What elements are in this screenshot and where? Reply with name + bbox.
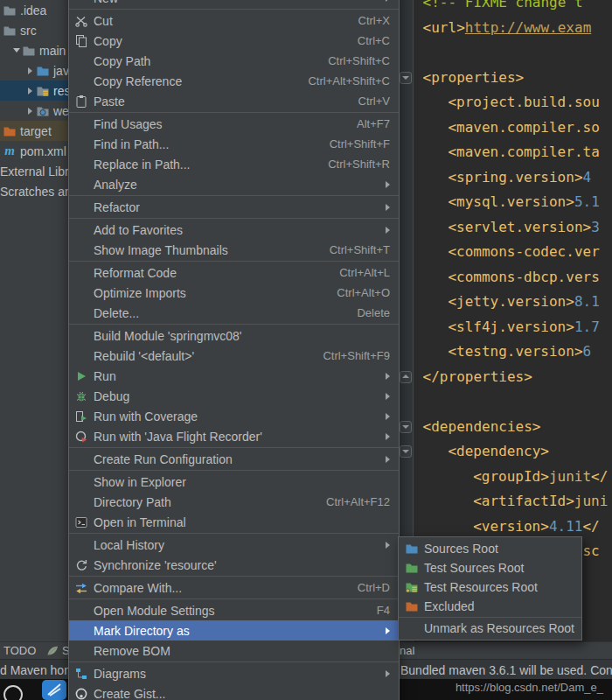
menu-item-label: Rebuild '<default>' (94, 349, 194, 363)
code-line: <version>4.11</ (473, 514, 600, 539)
menu-item-synchronize-resource[interactable]: Synchronize 'resource' (69, 555, 399, 575)
menu-item-debug[interactable]: Debug (69, 386, 399, 406)
tree-item-src[interactable]: src (0, 20, 68, 40)
tree-item-scratches-an[interactable]: Scratches an (0, 181, 68, 201)
folder-resources-icon (36, 84, 50, 98)
submenu-item-test-resources-root[interactable]: Test Resources Root (399, 578, 581, 597)
menu-item-create-gist[interactable]: Create Gist... (69, 683, 399, 700)
tree-item-java[interactable]: java (0, 60, 68, 80)
menu-item-open-module-settings[interactable]: Open Module SettingsF4 (69, 600, 399, 620)
menu-item-paste[interactable]: PasteCtrl+V (69, 91, 399, 111)
menu-item-label: Find in Path... (94, 137, 169, 151)
code-line: </properties> (423, 364, 532, 389)
submenu-item-sources-root[interactable]: Sources Root (399, 539, 581, 558)
chevron-collapsed-icon[interactable] (24, 88, 36, 94)
chevron-expanded-icon[interactable] (10, 48, 22, 52)
menu-item-shortcut: Ctrl+Alt+Shift+C (290, 74, 390, 88)
test-res-root-icon (404, 580, 420, 594)
todo-toolwindow-button[interactable]: TODO (3, 644, 36, 657)
menu-separator (69, 9, 399, 10)
menu-item-create-run-configuration[interactable]: Create Run Configuration (69, 449, 399, 469)
menu-item-cut[interactable]: CutCtrl+X (69, 10, 399, 31)
menu-item-delete[interactable]: Delete...Delete (69, 303, 399, 323)
menu-item-label: Mark Directory as (94, 624, 190, 638)
menu-item-directory-path[interactable]: Directory PathCtrl+Alt+F12 (69, 492, 399, 512)
menu-item-label: Compare With... (94, 581, 182, 595)
menu-item-new[interactable]: New (69, 0, 399, 8)
code-segment-tag: <dependency> (448, 443, 549, 459)
menu-item-run[interactable]: Run (69, 366, 399, 386)
tree-item-wel[interactable]: wel (0, 101, 68, 121)
mark-directory-as-submenu: Sources RootTest Sources RootTest Resour… (398, 536, 582, 640)
menu-item-shortcut: Ctrl+Shift+F (312, 137, 390, 150)
code-line: <servlet.version>3 (448, 214, 599, 240)
copy-icon (73, 34, 89, 48)
tree-item-external-libr[interactable]: External Libr (0, 161, 68, 181)
menu-item-optimize-imports[interactable]: Optimize ImportsCtrl+Alt+O (69, 283, 399, 303)
menu-item-shortcut: Ctrl+Shift+R (310, 158, 390, 171)
menu-item-run-with-coverage[interactable]: Run with Coverage (69, 406, 399, 426)
fold-marker-icon[interactable] (400, 72, 412, 84)
menu-item-copy-path[interactable]: Copy PathCtrl+Shift+C (69, 51, 399, 71)
menu-item-add-to-favorites[interactable]: Add to Favorites (69, 220, 399, 240)
menu-item-refactor[interactable]: Refactor (69, 197, 399, 217)
menu-item-diagrams[interactable]: Diagrams (69, 663, 399, 683)
menu-item-open-in-terminal[interactable]: Open in Terminal (69, 512, 399, 532)
menu-item-local-history[interactable]: Local History (69, 535, 399, 555)
menu-item-label: Run (94, 369, 116, 383)
menu-item-show-image-thumbnails[interactable]: Show Image ThumbnailsCtrl+Shift+T (69, 240, 399, 260)
menu-item-remove-bom[interactable]: Remove BOM (69, 640, 399, 661)
fold-marker-icon[interactable] (400, 445, 412, 458)
chevron-collapsed-icon[interactable] (24, 67, 36, 74)
menu-item-find-in-path[interactable]: Find in Path...Ctrl+Shift+F (69, 134, 399, 154)
compare-icon (73, 581, 89, 595)
menu-icon-spacer (73, 54, 89, 68)
menu-item-analyze[interactable]: Analyze (69, 174, 399, 194)
menu-item-copy[interactable]: CopyCtrl+C (69, 31, 399, 51)
fold-marker-icon[interactable] (400, 371, 412, 383)
menu-separator (69, 324, 399, 325)
submenu-item-test-sources-root[interactable]: Test Sources Root (399, 558, 581, 578)
tree-item-main[interactable]: main (0, 40, 68, 60)
tree-item-idea[interactable]: .idea (0, 0, 68, 20)
menu-item-rebuild-default[interactable]: Rebuild '<default>'Ctrl+Shift+F9 (69, 346, 399, 366)
menu-item-reformat-code[interactable]: Reformat CodeCtrl+Alt+L (69, 262, 399, 283)
run-icon (73, 369, 89, 383)
menu-separator (69, 218, 399, 219)
submenu-item-unmark-as-resources-root[interactable]: Unmark as Resources Root (399, 619, 581, 638)
code-segment-tag: <commons-codec.ver (448, 243, 599, 260)
project-tree[interactable]: .ideasrcmainjavaresweltargetmpom.xmlExte… (0, 0, 68, 641)
menu-item-label: Local History (94, 538, 164, 552)
menu-item-label: Synchronize 'resource' (94, 558, 217, 572)
menu-icon-spacer (73, 495, 89, 509)
tree-item-label: pom.xml (20, 144, 66, 158)
ide-window: .ideasrcmainjavaresweltargetmpom.xmlExte… (0, 0, 612, 700)
menu-separator (69, 112, 399, 113)
menu-separator (69, 447, 399, 448)
chevron-collapsed-icon[interactable] (24, 108, 36, 115)
menu-item-compare-with[interactable]: Compare With...Ctrl+D (69, 578, 399, 598)
menu-item-show-in-explorer[interactable]: Show in Explorer (69, 472, 399, 492)
menu-item-label: Refactor (94, 200, 140, 214)
menu-item-shortcut: Ctrl+Alt+F12 (309, 495, 390, 508)
menu-item-mark-directory-as[interactable]: Mark Directory as (69, 620, 399, 640)
terminal-tab-fragment[interactable]: nal (400, 644, 414, 657)
menu-item-label: Directory Path (94, 495, 171, 509)
menu-separator (69, 576, 399, 577)
tree-item-target[interactable]: target (0, 121, 68, 141)
menu-item-build-module-springmvc08[interactable]: Build Module 'springmvc08' (69, 326, 399, 346)
submenu-item-excluded[interactable]: Excluded (399, 597, 581, 616)
menu-icon-spacer (73, 266, 89, 280)
menu-item-label: Run with 'Java Flight Recorder' (94, 430, 262, 444)
code-segment-tag: <servlet.version> (448, 219, 591, 235)
tree-item-pom-xml[interactable]: mpom.xml (0, 141, 68, 161)
tree-item-res[interactable]: res (0, 80, 68, 101)
menu-item-replace-in-path[interactable]: Replace in Path...Ctrl+Shift+R (69, 154, 399, 174)
menu-item-copy-reference[interactable]: Copy ReferenceCtrl+Alt+Shift+C (69, 71, 399, 91)
menu-item-shortcut: Ctrl+Alt+L (322, 266, 390, 279)
code-line: <mysql.version>5.1 (448, 189, 599, 214)
menu-item-find-usages[interactable]: Find UsagesAlt+F7 (69, 114, 399, 134)
fold-marker-icon[interactable] (400, 421, 412, 433)
code-segment-num: 5.1 (574, 193, 600, 210)
menu-item-run-with-java-flight-recorder[interactable]: Run with 'Java Flight Recorder' (69, 426, 399, 446)
